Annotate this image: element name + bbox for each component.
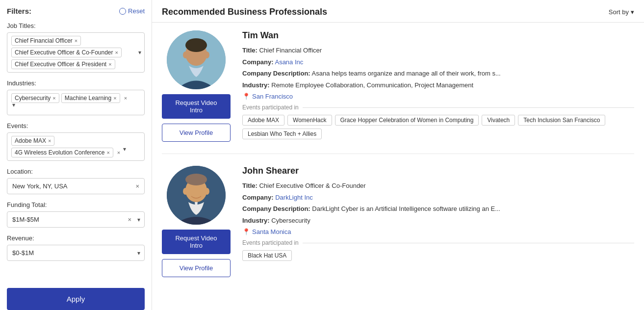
events-section: Events: Adobe MAX × 4G Wireless Evolutio… <box>7 122 145 161</box>
revenue-select[interactable]: $0-$1M ▾ <box>7 245 145 261</box>
events-dropdown-icon[interactable]: ▾ <box>123 146 126 153</box>
job-titles-dropdown-icon[interactable]: ▾ <box>138 49 141 56</box>
tag-4g-remove[interactable]: × <box>106 150 109 155</box>
request-video-intro-john[interactable]: Request Video Intro <box>162 230 231 254</box>
tag-adobe-max: Adobe MAX × <box>11 136 54 146</box>
job-titles-box[interactable]: Chief Financial Officer × Chief Executiv… <box>7 32 145 73</box>
industries-section: Industries: Cybersecurity × Machine Lear… <box>7 79 145 115</box>
reset-button[interactable]: Reset <box>119 7 145 15</box>
profile-location-john: 📍 Santa Monica <box>242 228 634 235</box>
events-divider-john <box>303 243 634 243</box>
avatar-john-shearer <box>167 166 226 225</box>
profile-title-john: Title: Chief Executive Officer & Co-Foun… <box>242 181 634 191</box>
location-value: New York, NY, USA <box>12 182 67 190</box>
industries-clear[interactable]: × <box>124 95 127 101</box>
revenue-dropdown-icon[interactable]: ▾ <box>137 250 140 257</box>
industries-tags-row: Cybersecurity × Machine Learning × × ▾ <box>11 93 140 112</box>
reset-label: Reset <box>128 7 145 15</box>
tag-cybersecurity: Cybersecurity × <box>11 93 59 103</box>
revenue-section: Revenue: $0-$1M ▾ <box>7 234 145 261</box>
events-label-row-tim: Events participated in <box>242 104 634 111</box>
event-tech-inclusion-tim: Tech Inclusion San Francisco <box>518 115 605 126</box>
tag-cfo-remove[interactable]: × <box>75 38 77 44</box>
request-video-intro-tim[interactable]: Request Video Intro <box>162 94 231 119</box>
location-clear[interactable]: × <box>135 182 139 190</box>
events-clear[interactable]: × <box>117 150 120 155</box>
events-participated-label-john: Events participated in <box>242 239 299 246</box>
profile-name-tim: Tim Wan <box>242 30 634 41</box>
profile-industry-tim: Industry: Remote Employee Collaboration,… <box>242 80 634 90</box>
profile-location-tim: 📍 San Francisco <box>242 93 634 100</box>
tag-4g-label: 4G Wireless Evolution Conference <box>15 149 104 156</box>
profile-desc-john: Company Description: DarkLight Cyber is … <box>242 204 634 214</box>
tag-ceo-president-remove[interactable]: × <box>108 61 111 67</box>
svg-point-2 <box>185 38 207 52</box>
profile-card-tim-wan: Request Video Intro View Profile Tim Wan… <box>162 30 634 154</box>
job-titles-tags-row: Chief Financial Officer × Chief Executiv… <box>11 36 140 69</box>
tag-cfo-label: Chief Financial Officer <box>15 37 73 44</box>
apply-button[interactable]: Apply <box>7 288 145 310</box>
svg-point-4 <box>205 52 209 58</box>
events-label-row-john: Events participated in <box>242 239 634 246</box>
location-pin-icon-john: 📍 <box>242 228 250 235</box>
location-city-john: Santa Monica <box>252 228 291 235</box>
profile-left-john: Request Video Intro View Profile <box>162 166 231 277</box>
profile-name-john: John Shearer <box>242 166 634 176</box>
events-section-john: Events participated in Black Hat USA <box>242 239 634 261</box>
svg-point-9 <box>205 188 209 195</box>
tag-ml-remove[interactable]: × <box>113 95 116 101</box>
event-womenhack-tim: WomenHack <box>287 115 332 126</box>
svg-point-3 <box>183 52 188 58</box>
events-divider-tim <box>303 107 634 108</box>
events-tags-row: Adobe MAX × 4G Wireless Evolution Confer… <box>11 136 140 157</box>
company-link-john[interactable]: DarkLight Inc <box>275 194 313 201</box>
events-label: Events: <box>7 122 145 129</box>
profile-desc-tim: Company Description: Asana helps teams o… <box>242 69 634 78</box>
tag-ml: Machine Learning × <box>61 93 120 103</box>
profile-card-john-shearer: Request Video Intro View Profile John Sh… <box>162 166 634 289</box>
tag-ceo-cofounder-label: Chief Executive Officer & Co-Founder <box>15 49 113 56</box>
tag-cybersecurity-remove[interactable]: × <box>52 95 55 101</box>
funding-dropdown-icon[interactable]: ▾ <box>137 216 140 223</box>
funding-clear[interactable]: × <box>128 216 131 223</box>
job-titles-label: Job Titles: <box>7 22 145 29</box>
event-vivatech-tim: Vivatech <box>482 115 515 126</box>
events-box[interactable]: Adobe MAX × 4G Wireless Evolution Confer… <box>7 132 145 161</box>
svg-point-8 <box>183 188 188 195</box>
location-pin-icon-tim: 📍 <box>242 93 250 100</box>
tag-4g: 4G Wireless Evolution Conference × <box>11 148 113 157</box>
location-city-tim: San Francisco <box>252 93 293 100</box>
sort-button[interactable]: Sort by ▾ <box>609 8 634 16</box>
profile-company-tim: Company: Asana Inc <box>242 57 634 67</box>
industries-dropdown-icon[interactable]: ▾ <box>12 102 15 108</box>
funding-select[interactable]: $1M-$5M × ▾ <box>7 211 145 228</box>
sidebar-bottom: Apply <box>7 283 145 310</box>
funding-section: Funding Total: $1M-$5M × ▾ <box>7 201 145 228</box>
funding-value: $1M-$5M <box>12 216 39 223</box>
main-panel: Recommended Business Professionals Sort … <box>152 0 644 310</box>
event-grace-hopper-tim: Grace Hopper Celebration of Women in Com… <box>335 115 479 126</box>
avatar-tim-wan <box>167 30 226 89</box>
sidebar: Filters: Reset Job Titles: Chief Financi… <box>0 0 152 310</box>
sort-label: Sort by <box>609 8 629 16</box>
tag-adobe-max-remove[interactable]: × <box>48 138 51 144</box>
tag-ceo-cofounder-remove[interactable]: × <box>115 50 118 55</box>
tag-cfo: Chief Financial Officer × <box>11 36 81 46</box>
location-section: Location: New York, NY, USA × <box>7 168 145 194</box>
job-titles-section: Job Titles: Chief Financial Officer × Ch… <box>7 22 145 73</box>
location-box[interactable]: New York, NY, USA × <box>7 178 145 194</box>
page-title: Recommended Business Professionals <box>162 7 327 17</box>
location-label: Location: <box>7 168 145 175</box>
tag-cybersecurity-label: Cybersecurity <box>15 95 51 102</box>
profile-right-tim-wan: Tim Wan Title: Chief Financial Officer C… <box>242 30 634 142</box>
industries-box[interactable]: Cybersecurity × Machine Learning × × ▾ <box>7 90 145 115</box>
revenue-label: Revenue: <box>7 234 145 242</box>
tag-ceo-president: Chief Executive Officer & President × <box>11 59 115 69</box>
events-section-tim: Events participated in Adobe MAX WomenHa… <box>242 104 634 139</box>
sort-chevron-icon: ▾ <box>631 8 634 16</box>
view-profile-tim[interactable]: View Profile <box>162 124 231 142</box>
tag-ceo-cofounder: Chief Executive Officer & Co-Founder × <box>11 48 122 57</box>
view-profile-john[interactable]: View Profile <box>162 259 231 277</box>
profile-left-tim-wan: Request Video Intro View Profile <box>162 30 231 142</box>
company-link-tim[interactable]: Asana Inc <box>275 58 303 66</box>
